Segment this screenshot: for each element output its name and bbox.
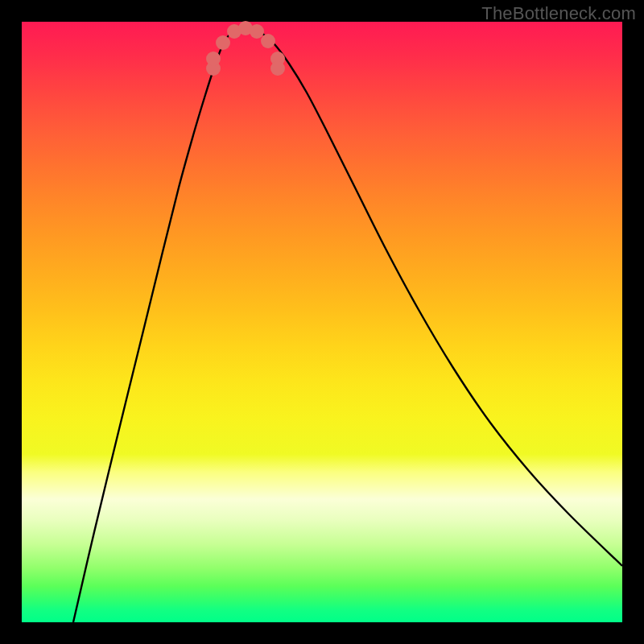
curve-marker: [216, 35, 230, 50]
bottleneck-curve: [73, 27, 622, 622]
curve-marker: [250, 24, 264, 39]
curve-marker: [206, 52, 221, 66]
curve-markers: [206, 21, 285, 76]
bottleneck-curve-svg: [22, 22, 622, 622]
plot-area: [22, 22, 622, 622]
watermark-text: TheBottleneck.com: [481, 3, 636, 24]
chart-frame: TheBottleneck.com: [0, 0, 644, 644]
curve-marker: [270, 61, 285, 76]
curve-marker: [261, 34, 275, 48]
